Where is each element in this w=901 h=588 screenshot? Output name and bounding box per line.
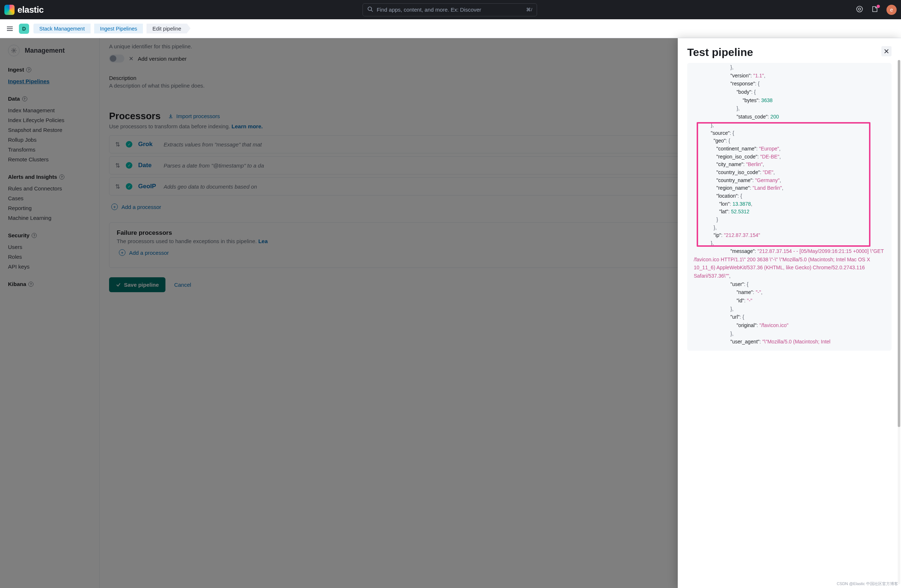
sidebar-title: Management bbox=[25, 47, 65, 54]
sidebar-item-machine-learning[interactable]: Machine Learning bbox=[8, 213, 97, 223]
help-icon[interactable]: ? bbox=[26, 67, 31, 72]
sidebar-item-transforms[interactable]: Transforms bbox=[8, 145, 97, 154]
sidebar-group-title: Data ? bbox=[8, 96, 97, 102]
drag-handle-icon[interactable]: ⇅ bbox=[115, 183, 120, 190]
brand-name: elastic bbox=[17, 5, 44, 15]
help-icon[interactable]: ? bbox=[59, 174, 64, 179]
import-processors-label: Import processors bbox=[176, 113, 220, 119]
plus-icon: + bbox=[119, 249, 125, 256]
import-processors-link[interactable]: Import processors bbox=[168, 113, 220, 119]
search-icon bbox=[367, 6, 373, 14]
elastic-logo-icon bbox=[5, 5, 14, 15]
sidebar-group-title: Alerts and Insights ? bbox=[8, 174, 97, 180]
processors-title: Processors bbox=[109, 110, 161, 122]
gear-icon bbox=[8, 45, 20, 56]
processor-name[interactable]: Date bbox=[138, 162, 158, 169]
help-icon[interactable]: ? bbox=[22, 96, 27, 101]
version-toggle[interactable] bbox=[109, 54, 124, 62]
breadcrumb-stack-management[interactable]: Stack Management bbox=[33, 23, 90, 33]
search-input[interactable] bbox=[377, 6, 522, 13]
sidebar-item-api-keys[interactable]: API keys bbox=[8, 262, 97, 271]
test-output-code[interactable]: }, "version": "1.1", "response": { "body… bbox=[687, 63, 892, 351]
learn-more-link[interactable]: Learn more. bbox=[232, 123, 263, 129]
flyout-title: Test pipeline bbox=[687, 46, 753, 59]
help-icon[interactable]: ? bbox=[28, 282, 33, 287]
processor-name[interactable]: Grok bbox=[138, 141, 158, 148]
sidebar-item-cases[interactable]: Cases bbox=[8, 193, 97, 203]
drag-handle-icon[interactable]: ⇅ bbox=[115, 141, 120, 148]
sidebar-group-title: Ingest ? bbox=[8, 67, 97, 73]
add-processor-label: Add a processor bbox=[122, 204, 161, 210]
plus-icon: + bbox=[111, 204, 118, 210]
sub-bar: D Stack Management Ingest Pipelines Edit… bbox=[0, 19, 901, 38]
sidebar-group-title: Kibana ? bbox=[8, 281, 97, 287]
sidebar-item-users[interactable]: Users bbox=[8, 242, 97, 252]
failure-learn-link[interactable]: Lea bbox=[258, 238, 268, 244]
sidebar-item-rules-and-connectors[interactable]: Rules and Connectors bbox=[8, 184, 97, 193]
svg-point-7 bbox=[13, 50, 15, 51]
nav-toggle-button[interactable] bbox=[5, 24, 14, 33]
sidebar-item-rollup-jobs[interactable]: Rollup Jobs bbox=[8, 135, 97, 145]
global-search[interactable]: ⌘/ bbox=[363, 3, 537, 16]
check-icon: ✓ bbox=[126, 183, 132, 190]
sidebar-item-index-lifecycle-policies[interactable]: Index Lifecycle Policies bbox=[8, 115, 97, 125]
sidebar-item-index-management[interactable]: Index Management bbox=[8, 106, 97, 115]
news-feed-icon[interactable] bbox=[871, 5, 878, 14]
drag-handle-icon[interactable]: ⇅ bbox=[115, 162, 120, 169]
check-icon: ✓ bbox=[126, 141, 132, 148]
breadcrumb: Stack Management Ingest Pipelines Edit p… bbox=[33, 23, 190, 33]
breadcrumb-edit-pipeline: Edit pipeline bbox=[147, 23, 187, 33]
test-pipeline-flyout: Test pipeline }, "version": "1.1", "resp… bbox=[678, 38, 901, 588]
help-icon[interactable]: ? bbox=[32, 233, 37, 238]
brand-logo[interactable]: elastic bbox=[5, 5, 44, 15]
sidebar-item-roles[interactable]: Roles bbox=[8, 252, 97, 262]
watermark: CSDN @Elastic 中国社区官方博客 bbox=[837, 581, 898, 586]
svg-point-0 bbox=[368, 7, 372, 11]
search-shortcut: ⌘/ bbox=[526, 7, 532, 12]
processor-name[interactable]: GeoIP bbox=[138, 183, 158, 190]
management-sidebar: Management Ingest ?Ingest PipelinesData … bbox=[0, 38, 100, 588]
sidebar-item-remote-clusters[interactable]: Remote Clusters bbox=[8, 154, 97, 164]
sidebar-item-ingest-pipelines[interactable]: Ingest Pipelines bbox=[8, 76, 97, 86]
flyout-scrollbar[interactable] bbox=[898, 60, 900, 584]
failure-hint: The processors used to handle exceptions… bbox=[117, 238, 258, 244]
add-failure-processor-label: Add a processor bbox=[129, 250, 169, 256]
sidebar-item-reporting[interactable]: Reporting bbox=[8, 203, 97, 213]
svg-point-2 bbox=[857, 6, 862, 12]
processors-hint: Use processors to transform data before … bbox=[109, 123, 230, 129]
close-icon: ✕ bbox=[129, 55, 133, 62]
top-bar: elastic ⌘/ e bbox=[0, 0, 901, 19]
cancel-button[interactable]: Cancel bbox=[174, 282, 191, 288]
sidebar-item-snapshot-and-restore[interactable]: Snapshot and Restore bbox=[8, 125, 97, 135]
svg-line-1 bbox=[371, 10, 373, 12]
version-label: Add version number bbox=[138, 56, 187, 62]
space-badge[interactable]: D bbox=[19, 23, 29, 34]
help-icon[interactable] bbox=[856, 5, 863, 14]
notification-dot bbox=[877, 5, 880, 8]
save-pipeline-label: Save pipeline bbox=[124, 282, 159, 288]
svg-point-3 bbox=[859, 8, 860, 10]
user-avatar[interactable]: e bbox=[887, 5, 896, 15]
sidebar-group-title: Security ? bbox=[8, 232, 97, 238]
breadcrumb-ingest-pipelines[interactable]: Ingest Pipelines bbox=[94, 23, 143, 33]
flyout-close-button[interactable] bbox=[881, 46, 892, 56]
check-icon: ✓ bbox=[126, 162, 132, 169]
save-pipeline-button[interactable]: Save pipeline bbox=[109, 277, 165, 292]
